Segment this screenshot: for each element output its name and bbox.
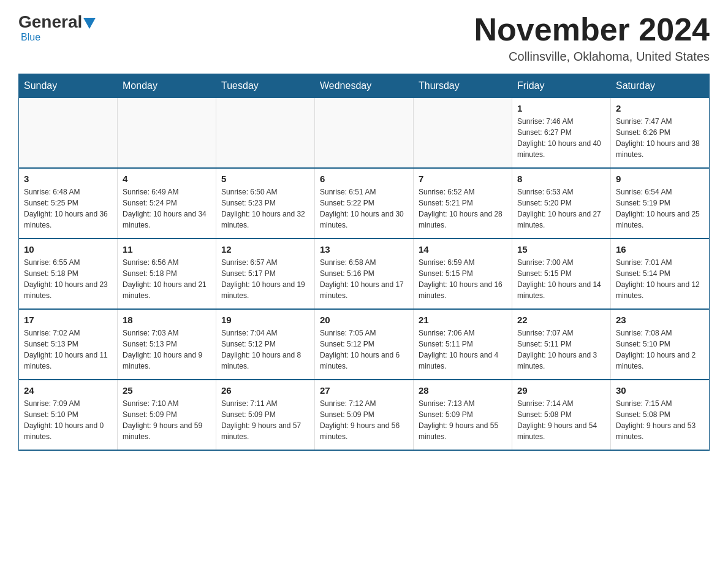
day-info: Sunrise: 6:58 AM Sunset: 5:16 PM Dayligh…: [320, 257, 408, 301]
calendar-cell: 8Sunrise: 6:53 AM Sunset: 5:20 PM Daylig…: [512, 168, 611, 239]
day-info: Sunrise: 6:56 AM Sunset: 5:18 PM Dayligh…: [123, 257, 211, 301]
day-info: Sunrise: 6:57 AM Sunset: 5:17 PM Dayligh…: [221, 257, 309, 301]
calendar-cell: 21Sunrise: 7:06 AM Sunset: 5:11 PM Dayli…: [414, 309, 512, 380]
calendar-cell: 18Sunrise: 7:03 AM Sunset: 5:13 PM Dayli…: [118, 309, 216, 380]
day-number: 9: [616, 174, 704, 184]
day-number: 16: [616, 244, 704, 255]
day-info: Sunrise: 7:13 AM Sunset: 5:09 PM Dayligh…: [419, 398, 507, 442]
calendar-cell: [216, 98, 315, 169]
calendar-cell: [315, 98, 414, 169]
day-info: Sunrise: 7:06 AM Sunset: 5:11 PM Dayligh…: [419, 327, 507, 372]
column-header-tuesday: Tuesday: [216, 74, 315, 98]
calendar-cell: 14Sunrise: 6:59 AM Sunset: 5:15 PM Dayli…: [414, 239, 512, 309]
day-number: 3: [24, 174, 112, 184]
calendar-cell: 25Sunrise: 7:10 AM Sunset: 5:09 PM Dayli…: [118, 380, 216, 450]
calendar-cell: 6Sunrise: 6:51 AM Sunset: 5:22 PM Daylig…: [315, 168, 414, 239]
column-header-sunday: Sunday: [19, 74, 118, 98]
day-number: 25: [123, 385, 211, 396]
day-info: Sunrise: 7:11 AM Sunset: 5:09 PM Dayligh…: [221, 398, 309, 442]
calendar-cell: 7Sunrise: 6:52 AM Sunset: 5:21 PM Daylig…: [414, 168, 512, 239]
day-info: Sunrise: 6:48 AM Sunset: 5:25 PM Dayligh…: [24, 186, 112, 231]
day-number: 10: [24, 244, 112, 255]
calendar-cell: 9Sunrise: 6:54 AM Sunset: 5:19 PM Daylig…: [611, 168, 710, 239]
day-info: Sunrise: 6:55 AM Sunset: 5:18 PM Dayligh…: [24, 257, 112, 301]
day-info: Sunrise: 6:59 AM Sunset: 5:15 PM Dayligh…: [419, 257, 507, 301]
day-number: 23: [616, 315, 704, 325]
calendar-cell: 22Sunrise: 7:07 AM Sunset: 5:11 PM Dayli…: [512, 309, 611, 380]
column-header-wednesday: Wednesday: [315, 74, 414, 98]
day-number: 19: [221, 315, 309, 325]
location-text: Collinsville, Oklahoma, United States: [474, 50, 710, 64]
day-info: Sunrise: 6:52 AM Sunset: 5:21 PM Dayligh…: [419, 186, 507, 231]
day-info: Sunrise: 6:53 AM Sunset: 5:20 PM Dayligh…: [517, 186, 605, 231]
calendar-cell: 29Sunrise: 7:14 AM Sunset: 5:08 PM Dayli…: [512, 380, 611, 450]
day-number: 24: [24, 385, 112, 396]
day-info: Sunrise: 7:05 AM Sunset: 5:12 PM Dayligh…: [320, 327, 408, 372]
calendar-week-5: 24Sunrise: 7:09 AM Sunset: 5:10 PM Dayli…: [19, 380, 710, 450]
day-number: 8: [517, 174, 605, 184]
day-info: Sunrise: 7:09 AM Sunset: 5:10 PM Dayligh…: [24, 398, 112, 442]
day-info: Sunrise: 6:54 AM Sunset: 5:19 PM Dayligh…: [616, 186, 704, 231]
calendar-cell: 17Sunrise: 7:02 AM Sunset: 5:13 PM Dayli…: [19, 309, 118, 380]
logo-blue-text: Blue: [21, 32, 40, 42]
column-header-monday: Monday: [118, 74, 216, 98]
calendar-cell: 27Sunrise: 7:12 AM Sunset: 5:09 PM Dayli…: [315, 380, 414, 450]
calendar-table: SundayMondayTuesdayWednesdayThursdayFrid…: [18, 74, 710, 451]
day-number: 22: [517, 315, 605, 325]
day-info: Sunrise: 7:07 AM Sunset: 5:11 PM Dayligh…: [517, 327, 605, 372]
title-block: November 2024 Collinsville, Oklahoma, Un…: [474, 12, 710, 64]
day-info: Sunrise: 6:51 AM Sunset: 5:22 PM Dayligh…: [320, 186, 408, 231]
day-number: 14: [419, 244, 507, 255]
page-header: General Blue November 2024 Collinsville,…: [18, 12, 710, 64]
column-header-friday: Friday: [512, 74, 611, 98]
calendar-header-row: SundayMondayTuesdayWednesdayThursdayFrid…: [19, 74, 710, 98]
calendar-cell: 15Sunrise: 7:00 AM Sunset: 5:15 PM Dayli…: [512, 239, 611, 309]
day-info: Sunrise: 7:10 AM Sunset: 5:09 PM Dayligh…: [123, 398, 211, 442]
calendar-cell: 23Sunrise: 7:08 AM Sunset: 5:10 PM Dayli…: [611, 309, 710, 380]
calendar-week-4: 17Sunrise: 7:02 AM Sunset: 5:13 PM Dayli…: [19, 309, 710, 380]
day-info: Sunrise: 6:49 AM Sunset: 5:24 PM Dayligh…: [123, 186, 211, 231]
calendar-cell: 30Sunrise: 7:15 AM Sunset: 5:08 PM Dayli…: [611, 380, 710, 450]
calendar-week-2: 3Sunrise: 6:48 AM Sunset: 5:25 PM Daylig…: [19, 168, 710, 239]
day-number: 6: [320, 174, 408, 184]
day-info: Sunrise: 7:08 AM Sunset: 5:10 PM Dayligh…: [616, 327, 704, 372]
day-info: Sunrise: 7:14 AM Sunset: 5:08 PM Dayligh…: [517, 398, 605, 442]
day-number: 15: [517, 244, 605, 255]
day-number: 27: [320, 385, 408, 396]
day-info: Sunrise: 6:50 AM Sunset: 5:23 PM Dayligh…: [221, 186, 309, 231]
calendar-cell: 24Sunrise: 7:09 AM Sunset: 5:10 PM Dayli…: [19, 380, 118, 450]
calendar-cell: 13Sunrise: 6:58 AM Sunset: 5:16 PM Dayli…: [315, 239, 414, 309]
day-info: Sunrise: 7:01 AM Sunset: 5:14 PM Dayligh…: [616, 257, 704, 301]
month-title: November 2024: [474, 12, 710, 47]
calendar-cell: [414, 98, 512, 169]
day-info: Sunrise: 7:03 AM Sunset: 5:13 PM Dayligh…: [123, 327, 211, 372]
column-header-saturday: Saturday: [611, 74, 710, 98]
day-number: 18: [123, 315, 211, 325]
calendar-week-3: 10Sunrise: 6:55 AM Sunset: 5:18 PM Dayli…: [19, 239, 710, 309]
day-number: 2: [616, 103, 704, 113]
logo: General Blue: [18, 12, 96, 43]
calendar-cell: 5Sunrise: 6:50 AM Sunset: 5:23 PM Daylig…: [216, 168, 315, 239]
calendar-cell: 26Sunrise: 7:11 AM Sunset: 5:09 PM Dayli…: [216, 380, 315, 450]
day-info: Sunrise: 7:00 AM Sunset: 5:15 PM Dayligh…: [517, 257, 605, 301]
day-number: 21: [419, 315, 507, 325]
day-number: 26: [221, 385, 309, 396]
calendar-cell: 20Sunrise: 7:05 AM Sunset: 5:12 PM Dayli…: [315, 309, 414, 380]
calendar-cell: 3Sunrise: 6:48 AM Sunset: 5:25 PM Daylig…: [19, 168, 118, 239]
calendar-cell: 1Sunrise: 7:46 AM Sunset: 6:27 PM Daylig…: [512, 98, 611, 169]
day-number: 29: [517, 385, 605, 396]
calendar-week-1: 1Sunrise: 7:46 AM Sunset: 6:27 PM Daylig…: [19, 98, 710, 169]
calendar-cell: [118, 98, 216, 169]
calendar-cell: 16Sunrise: 7:01 AM Sunset: 5:14 PM Dayli…: [611, 239, 710, 309]
calendar-cell: 10Sunrise: 6:55 AM Sunset: 5:18 PM Dayli…: [19, 239, 118, 309]
day-info: Sunrise: 7:46 AM Sunset: 6:27 PM Dayligh…: [517, 116, 605, 160]
day-info: Sunrise: 7:47 AM Sunset: 6:26 PM Dayligh…: [616, 116, 704, 160]
calendar-cell: 2Sunrise: 7:47 AM Sunset: 6:26 PM Daylig…: [611, 98, 710, 169]
day-number: 1: [517, 103, 605, 113]
day-info: Sunrise: 7:12 AM Sunset: 5:09 PM Dayligh…: [320, 398, 408, 442]
day-info: Sunrise: 7:02 AM Sunset: 5:13 PM Dayligh…: [24, 327, 112, 372]
day-number: 17: [24, 315, 112, 325]
calendar-cell: 19Sunrise: 7:04 AM Sunset: 5:12 PM Dayli…: [216, 309, 315, 380]
logo-general-text: General: [18, 12, 82, 32]
calendar-cell: 11Sunrise: 6:56 AM Sunset: 5:18 PM Dayli…: [118, 239, 216, 309]
